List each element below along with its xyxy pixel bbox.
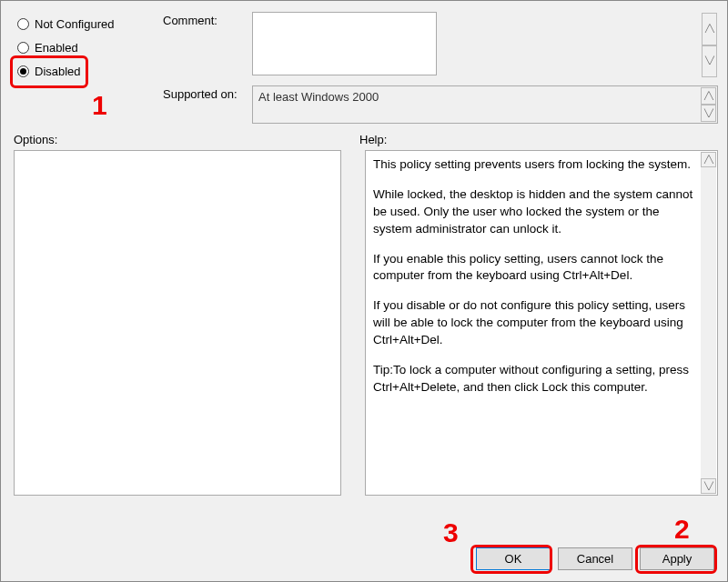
- dialog-button-bar: OK Cancel Apply: [476, 547, 714, 570]
- scroll-track[interactable]: [701, 167, 716, 478]
- scroll-up-icon[interactable]: ╱╲: [701, 152, 716, 167]
- help-paragraph: Tip:To lock a computer without configuri…: [373, 362, 697, 396]
- help-paragraph: If you disable or do not configure this …: [373, 297, 697, 349]
- radio-not-configured[interactable]: Not Configured: [14, 12, 150, 35]
- supported-on-label: Supported on:: [163, 85, 243, 124]
- radio-disabled[interactable]: Disabled: [14, 59, 150, 83]
- help-heading: Help:: [359, 133, 387, 146]
- annotation-number-2: 2: [674, 514, 690, 545]
- radio-icon: [17, 42, 29, 54]
- options-panel: [14, 150, 341, 496]
- options-heading: Options:: [14, 133, 359, 146]
- help-paragraph: While locked, the desktop is hidden and …: [373, 186, 697, 238]
- supported-on-value: At least Windows 2000 ╱╲ ╲╱: [252, 85, 718, 124]
- comment-input[interactable]: [252, 12, 437, 75]
- help-panel: This policy setting prevents users from …: [365, 150, 718, 496]
- help-paragraph: If you enable this policy setting, users…: [373, 251, 697, 286]
- supported-on-text: At least Windows 2000: [258, 90, 379, 104]
- spinner-up-icon[interactable]: ╱╲: [702, 13, 717, 45]
- radio-icon: [17, 65, 29, 77]
- spinner-down-icon[interactable]: ╲╱: [701, 105, 716, 122]
- spinner-up-icon[interactable]: ╱╲: [701, 87, 716, 105]
- radio-icon: [17, 18, 29, 30]
- radio-enabled[interactable]: Enabled: [14, 35, 150, 59]
- annotation-number-3: 3: [443, 517, 459, 548]
- radio-label: Disabled: [35, 65, 81, 78]
- scroll-down-icon[interactable]: ╲╱: [701, 478, 716, 494]
- cancel-button[interactable]: Cancel: [558, 547, 632, 570]
- supported-spinner: ╱╲ ╲╱: [701, 87, 716, 122]
- help-paragraph: This policy setting prevents users from …: [373, 156, 697, 174]
- ok-button[interactable]: OK: [476, 547, 551, 570]
- comment-label: Comment:: [163, 12, 243, 78]
- apply-button[interactable]: Apply: [640, 547, 714, 570]
- spinner-down-icon[interactable]: ╲╱: [702, 45, 717, 78]
- help-scrollbar[interactable]: ╱╲ ╲╱: [701, 152, 716, 494]
- comment-spinner: ╱╲ ╲╱: [702, 13, 717, 77]
- radio-label: Enabled: [35, 41, 78, 55]
- radio-label: Not Configured: [35, 17, 114, 31]
- policy-state-radio-group: Not Configured Enabled Disabled: [14, 12, 150, 124]
